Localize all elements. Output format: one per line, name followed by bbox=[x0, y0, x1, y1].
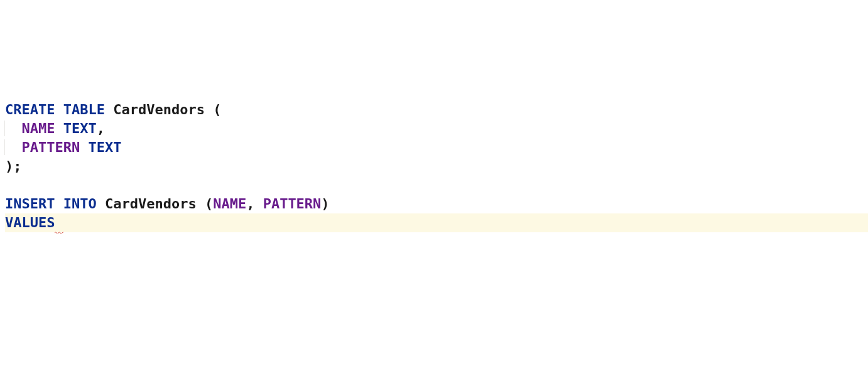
token-kw-blue: VALUES bbox=[5, 215, 55, 230]
token-plain: , bbox=[246, 196, 263, 212]
line-content: VALUES bbox=[5, 213, 868, 232]
token-kw-purple: NAME bbox=[213, 196, 246, 212]
token-plain: CardVendors bbox=[113, 102, 205, 117]
token-plain: CardVendors bbox=[105, 196, 197, 212]
token-kw-blue: CREATE TABLE bbox=[5, 102, 105, 117]
token-plain bbox=[105, 102, 113, 117]
indent-guide bbox=[4, 139, 22, 155]
token-kw-blue: TEXT bbox=[63, 121, 97, 136]
token-kw-purple: PATTERN bbox=[263, 196, 322, 212]
token-paren: ( bbox=[205, 102, 222, 117]
token-kw-blue: INSERT INTO bbox=[5, 196, 97, 212]
code-line[interactable]: VALUES bbox=[5, 213, 868, 232]
token-kw-purple: NAME bbox=[22, 121, 55, 136]
line-content: INSERT INTO CardVendors (NAME, PATTERN) bbox=[5, 195, 868, 213]
line-content: ); bbox=[5, 157, 868, 176]
code-line[interactable]: NAME TEXT, bbox=[5, 119, 868, 138]
token-paren: ) bbox=[321, 196, 329, 212]
line-content: PATTERN TEXT bbox=[5, 138, 868, 157]
token-plain bbox=[55, 121, 63, 136]
line-content: NAME TEXT, bbox=[5, 119, 868, 138]
error-squiggle bbox=[55, 213, 63, 232]
line-content: CREATE TABLE CardVendors ( bbox=[5, 100, 868, 119]
code-line[interactable]: ); bbox=[5, 157, 868, 176]
token-plain: ); bbox=[5, 158, 22, 174]
token-plain bbox=[80, 139, 88, 155]
indent-guide bbox=[4, 121, 22, 136]
code-line[interactable] bbox=[5, 176, 868, 195]
token-kw-purple: PATTERN bbox=[22, 139, 80, 155]
token-kw-blue: TEXT bbox=[88, 139, 121, 155]
token-plain: , bbox=[97, 121, 105, 136]
code-editor[interactable]: CREATE TABLE CardVendors ( NAME TEXT, PA… bbox=[5, 82, 868, 232]
token-paren: ( bbox=[197, 196, 214, 212]
token-plain bbox=[97, 196, 105, 212]
code-line[interactable]: PATTERN TEXT bbox=[5, 138, 868, 157]
code-line[interactable]: CREATE TABLE CardVendors ( bbox=[5, 100, 868, 119]
code-line[interactable]: INSERT INTO CardVendors (NAME, PATTERN) bbox=[5, 195, 868, 213]
